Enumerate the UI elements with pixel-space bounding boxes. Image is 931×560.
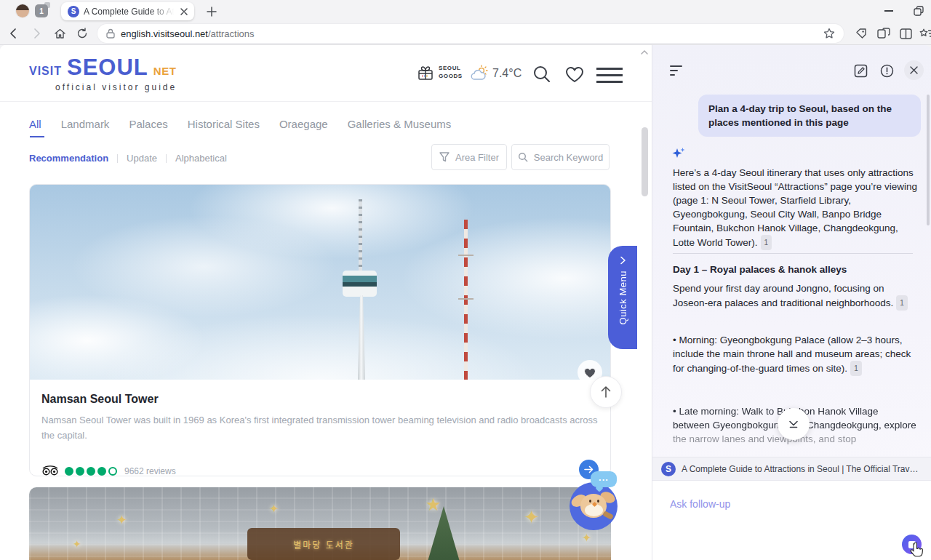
rating-circle xyxy=(65,467,73,476)
browser-tab[interactable]: S A Complete Guide to Attra xyxy=(61,2,194,20)
ai-sparkle-icon xyxy=(671,147,686,160)
review-count: 9662 reviews xyxy=(124,466,176,476)
scroll-to-top-button[interactable] xyxy=(590,376,622,408)
mouse-cursor xyxy=(908,542,924,559)
card-title[interactable]: Namsan Seoul Tower xyxy=(41,393,599,406)
tab-galleries-museums[interactable]: Galleries & Museums xyxy=(348,118,452,130)
visitseoul-logo[interactable]: VISIT SEOUL NET official visitor guide xyxy=(29,55,177,92)
hamburger-menu-icon[interactable] xyxy=(596,68,623,83)
home-icon[interactable] xyxy=(53,27,66,40)
bullet-marker: • xyxy=(673,335,676,345)
split-screen-icon[interactable] xyxy=(898,26,913,41)
seoul-goods-button[interactable]: SEOULGOODS xyxy=(417,64,463,81)
goods-label-1: SEOUL xyxy=(439,65,461,71)
citation-chip[interactable]: 1 xyxy=(761,235,772,250)
tab-landmark[interactable]: Landmark xyxy=(61,118,110,130)
refresh-icon[interactable] xyxy=(76,27,89,40)
rating-circles xyxy=(65,467,117,476)
source-favicon: S xyxy=(661,462,676,476)
tripadvisor-owl-icon xyxy=(41,465,59,476)
workspace-badge[interactable]: 1 xyxy=(35,4,48,17)
sort-divider xyxy=(117,154,118,163)
search-keyword-button[interactable]: Search Keyword xyxy=(511,144,610,170)
minimize-button[interactable] xyxy=(884,10,893,12)
assistant-sidebar: Plan a 4-day trip to Seoul, based on the… xyxy=(652,45,931,560)
star-decoration-icon: ★ xyxy=(425,495,441,515)
mascot-eye xyxy=(589,500,591,503)
logo-tagline: official visitor guide xyxy=(55,82,177,92)
rating-circle xyxy=(108,467,117,476)
bullet-marker: • xyxy=(673,406,676,417)
attraction-card-namsan[interactable]: Namsan Seoul Tower Namsan Seoul Tower wa… xyxy=(29,184,611,476)
sort-update[interactable]: Update xyxy=(127,153,157,164)
source-title: A Complete Guide to Attractions in Seoul… xyxy=(682,464,923,474)
history-menu-icon[interactable] xyxy=(670,65,683,79)
restore-button[interactable] xyxy=(914,6,924,16)
temperature-label: 7.4°C xyxy=(492,67,522,80)
sort-alphabetical[interactable]: Alphabetical xyxy=(175,153,227,164)
visitseoul-page: VISIT SEOUL NET official visitor guide S… xyxy=(0,45,652,560)
page-scrollbar-thumb[interactable] xyxy=(642,127,648,196)
library-sign-text: 별마당 도서관 xyxy=(293,538,354,551)
close-sidebar-button[interactable] xyxy=(904,60,924,80)
star-decoration-icon: ✦ xyxy=(582,531,591,545)
tower-antenna xyxy=(359,199,362,273)
back-button[interactable] xyxy=(7,27,20,40)
mast-crossbar xyxy=(458,255,474,256)
day1-intro-paragraph: Spend your first day around Jongno, focu… xyxy=(673,281,917,311)
rating-row: 9662 reviews xyxy=(41,465,176,476)
url-host: english.visitseoul.net xyxy=(121,28,208,39)
rating-circle xyxy=(87,467,95,476)
citation-source-bar[interactable]: S A Complete Guide to Attractions in Seo… xyxy=(652,457,931,481)
tab-oraegage[interactable]: Oraegage xyxy=(279,118,328,130)
star-decoration-icon: ✦ xyxy=(524,506,540,528)
star-decoration-icon: ✦ xyxy=(116,512,127,527)
forward-button[interactable] xyxy=(30,27,43,40)
new-tab-button[interactable] xyxy=(205,5,218,18)
address-bar[interactable]: english.visitseoul.net/attractions xyxy=(97,24,844,43)
area-filter-button[interactable]: Area Filter xyxy=(431,144,507,170)
category-nav: All Landmark Palaces Historical Sites Or… xyxy=(29,118,451,130)
day1-bullet-1: • Morning: Gyeongbokgung Palace (allow 2… xyxy=(673,333,917,376)
collections-icon[interactable] xyxy=(876,26,891,41)
scroll-to-bottom-button[interactable] xyxy=(778,408,810,440)
gift-icon xyxy=(417,64,434,81)
search-icon[interactable] xyxy=(531,63,553,85)
user-message-bubble: Plan a 4-day trip to Seoul, based on the… xyxy=(698,95,921,137)
followup-placeholder[interactable]: Ask follow-up xyxy=(670,498,730,510)
weather-widget[interactable]: 7.4°C xyxy=(470,65,522,82)
info-icon[interactable] xyxy=(879,63,894,78)
compose-icon[interactable] xyxy=(853,63,868,78)
followup-input-area[interactable]: Ask follow-up xyxy=(652,481,931,560)
day1-bullet-1-text: Morning: Gyeongbokgung Palace (allow 2–3… xyxy=(673,335,911,374)
tab-all[interactable]: All xyxy=(29,118,41,130)
tab-palaces[interactable]: Palaces xyxy=(129,118,167,130)
lock-icon xyxy=(106,28,115,39)
shopping-icon[interactable] xyxy=(854,26,868,41)
bookmark-star-icon[interactable] xyxy=(823,28,835,39)
library-sign: 별마당 도서관 xyxy=(247,528,400,560)
wishlist-heart-icon[interactable] xyxy=(564,63,586,85)
rating-circle xyxy=(76,467,84,476)
tab-historical-sites[interactable]: Historical Sites xyxy=(188,118,260,130)
ai-intro-text: Here’s a 4-day Seoul itinerary that uses… xyxy=(673,167,917,248)
attraction-card-starfield[interactable]: ✦ ★ ✦ ✦ ✦ ✦ 별마당 도서관 xyxy=(29,487,611,560)
tab-title: A Complete Guide to Attra xyxy=(84,7,176,17)
quick-menu-tab[interactable]: Quick Menu xyxy=(608,246,637,349)
chevron-right-icon xyxy=(618,256,627,265)
citation-chip[interactable]: 1 xyxy=(896,295,908,311)
citation-chip[interactable]: 1 xyxy=(850,361,862,376)
logo-net: NET xyxy=(153,65,177,77)
favorites-list-icon[interactable] xyxy=(919,26,931,41)
funnel-icon xyxy=(439,152,449,162)
profile-avatar[interactable] xyxy=(16,4,29,17)
sidebar-scrollbar-thumb[interactable] xyxy=(927,95,930,225)
tab-close-icon[interactable] xyxy=(180,8,188,15)
url-text: english.visitseoul.net/attractions xyxy=(121,28,255,39)
close-icon xyxy=(910,66,918,74)
chatbot-mascot-button[interactable] xyxy=(570,482,618,530)
search-small-icon xyxy=(518,152,528,162)
scrollbar-up-arrow[interactable] xyxy=(639,47,650,57)
sort-recommendation[interactable]: Recommendation xyxy=(29,153,108,164)
logo-seoul: SEOUL xyxy=(67,55,148,81)
